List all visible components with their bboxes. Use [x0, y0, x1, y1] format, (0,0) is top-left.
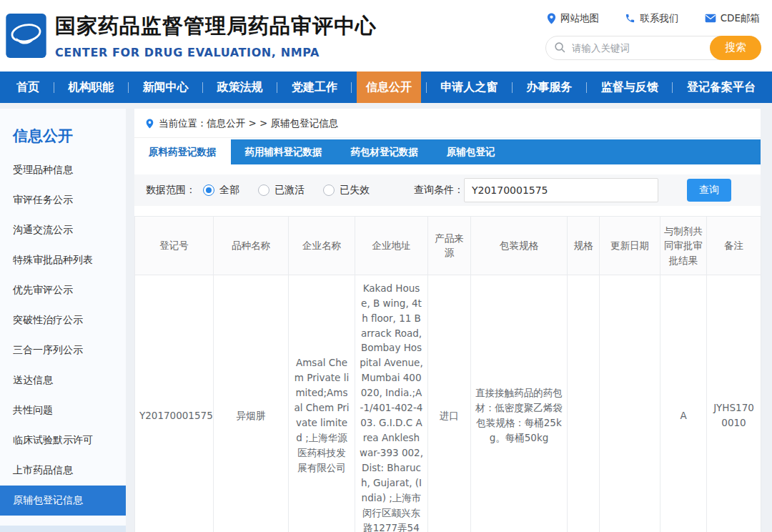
col-company-address: 企业地址 [355, 217, 428, 275]
quick-links: 网站地图 联系我们 CDE邮箱 [545, 12, 761, 25]
radio-option-activated[interactable]: 已激活 [258, 184, 305, 197]
data-scope-radio-group: 全部 已激活 已失效 [203, 184, 370, 197]
cell-product-origin: 进口 [428, 275, 471, 532]
breadcrumb-text: 当前位置 : 信息公开 > > 原辅包登记信息 [159, 117, 338, 130]
mail-icon [705, 14, 716, 23]
nav-divider [202, 82, 203, 93]
col-reg-no: 登记号 [135, 217, 214, 275]
nav-item-party[interactable]: 党建工作 [282, 72, 347, 103]
contact-label: 联系我们 [640, 12, 678, 25]
sidebar-item-breakthrough-therapy[interactable]: 突破性治疗公示 [0, 305, 126, 335]
nav-divider [128, 82, 129, 93]
content: 当前位置 : 信息公开 > > 原辅包登记信息 原料药登记数据 药用辅料登记数据… [134, 109, 761, 532]
search-icon [554, 41, 566, 54]
radio-icon[interactable] [323, 184, 335, 196]
cell-packaging-spec: 直接接触药品的药包材：低密度聚乙烯袋包装规格：每桶25kg。每桶50kg [471, 275, 568, 532]
radio-icon-checked[interactable] [203, 184, 214, 196]
cell-joint-review-result: A [660, 275, 707, 532]
site-header: 国家药品监督管理局药品审评中心 CENTER FOR DRUG EVALUATI… [0, 0, 772, 72]
mailbox-label: CDE邮箱 [721, 12, 760, 25]
radio-option-all[interactable]: 全部 [203, 184, 239, 197]
sidebar-item-review-tasks[interactable]: 审评任务公示 [0, 185, 126, 215]
cell-spec [568, 275, 600, 532]
sidebar-item-partial [0, 526, 126, 532]
header-right: 网站地图 联系我们 CDE邮箱 [545, 12, 761, 60]
nav-item-home[interactable]: 首页 [7, 72, 49, 103]
filterbar: 数据范围： 全部 已激活 已失效 查询条件： [134, 174, 761, 206]
sitemap-link[interactable]: 网站地图 [547, 12, 599, 25]
table-header-row: 登记号 品种名称 企业名称 企业地址 产品来源 包装规格 规格 更新日期 与制剂… [135, 217, 761, 275]
radio-label: 已失效 [340, 184, 370, 197]
sidebar-item-communication[interactable]: 沟通交流公示 [0, 215, 126, 245]
contact-link[interactable]: 联系我们 [625, 12, 678, 25]
cell-update-date [600, 275, 660, 532]
cde-logo-icon [6, 14, 46, 58]
site-title: 国家药品监督管理局药品审评中心 [55, 12, 377, 41]
sidebar: 信息公开 受理品种信息 审评任务公示 沟通交流公示 特殊审批品种列表 优先审评公… [0, 109, 126, 532]
main-row: 信息公开 受理品种信息 审评任务公示 沟通交流公示 特殊审批品种列表 优先审评公… [0, 103, 772, 532]
radio-icon[interactable] [258, 184, 269, 196]
col-company-name: 企业名称 [289, 217, 355, 275]
query-button[interactable]: 查询 [687, 179, 731, 202]
mailbox-link[interactable]: CDE邮箱 [705, 12, 760, 25]
page: 国家药品监督管理局药品审评中心 CENTER FOR DRUG EVALUATI… [0, 0, 772, 532]
cell-reg-no: Y20170001575 [135, 275, 214, 532]
radio-label: 已激活 [274, 184, 305, 197]
main-nav: 首页 机构职能 新闻中心 政策法规 党建工作 信息公开 申请人之窗 办事服务 监… [0, 72, 772, 103]
sidebar-item-clinical-trial-license[interactable]: 临床试验默示许可 [0, 425, 126, 455]
brand: 国家药品监督管理局药品审评中心 CENTER FOR DRUG EVALUATI… [55, 12, 377, 59]
site-subtitle: CENTER FOR DRUG EVALUATION, NMPA [55, 46, 377, 59]
radio-label: 全部 [219, 184, 239, 197]
cell-product-name: 异烟肼 [214, 275, 289, 532]
sidebar-item-priority-review[interactable]: 优先审评公示 [0, 275, 126, 305]
nav-divider [54, 82, 54, 93]
nav-item-services[interactable]: 办事服务 [518, 72, 582, 103]
data-scope-label: 数据范围： [146, 184, 196, 197]
nav-divider [426, 82, 427, 93]
sidebar-title: 信息公开 [0, 109, 126, 155]
sidebar-item-three-in-one[interactable]: 三合一序列公示 [0, 335, 126, 365]
col-product-name: 品种名称 [214, 217, 289, 275]
nav-divider [351, 82, 352, 93]
radio-option-expired[interactable]: 已失效 [323, 184, 370, 197]
nav-item-info-disclosure[interactable]: 信息公开 [357, 72, 421, 103]
col-product-origin: 产品来源 [428, 217, 471, 275]
sitemap-label: 网站地图 [560, 12, 599, 25]
nav-item-news[interactable]: 新闻中心 [133, 72, 197, 103]
nav-item-applicant-window[interactable]: 申请人之窗 [431, 72, 507, 103]
site-search-button[interactable]: 搜索 [710, 36, 761, 60]
sidebar-item-delivery-info[interactable]: 送达信息 [0, 365, 126, 395]
map-pin-icon [547, 13, 556, 24]
cell-company-address: Kakad House, B wing, 4th floor, 11 Barra… [355, 275, 428, 532]
site-search: 搜索 [545, 36, 761, 60]
sidebar-item-marketed-drugs[interactable]: 上市药品信息 [0, 455, 126, 486]
nav-item-registration-platform[interactable]: 登记备案平台 [678, 72, 765, 103]
col-joint-review-result: 与制剂共同审批审批结果 [660, 217, 707, 275]
query-condition-label: 查询条件： [414, 184, 464, 197]
table-row: Y20170001575 异烟肼 Amsal Chem Private limi… [135, 275, 761, 532]
tab-api-registration[interactable]: 原料药登记数据 [134, 139, 231, 164]
sidebar-item-accepted-varieties[interactable]: 受理品种信息 [0, 155, 126, 185]
tabbar: 原料药登记数据 药用辅料登记数据 药包材登记数据 原辅包登记 [134, 139, 761, 164]
breadcrumb: 当前位置 : 信息公开 > > 原辅包登记信息 [134, 109, 761, 138]
nav-item-supervision[interactable]: 监督与反馈 [592, 72, 668, 103]
nav-item-policies[interactable]: 政策法规 [208, 72, 272, 103]
nav-divider [586, 82, 587, 93]
sidebar-item-common-issues[interactable]: 共性问题 [0, 395, 126, 425]
tab-excipient-registration[interactable]: 药用辅料登记数据 [231, 139, 337, 164]
col-packaging-spec: 包装规格 [471, 217, 568, 275]
sidebar-item-special-approval[interactable]: 特殊审批品种列表 [0, 245, 126, 275]
tab-packaging-registration[interactable]: 药包材登记数据 [337, 139, 433, 164]
phone-icon [625, 13, 635, 24]
sidebar-item-raw-excipient-packaging[interactable]: 原辅包登记信息 [0, 486, 126, 516]
col-spec: 规格 [568, 217, 600, 275]
nav-divider [277, 82, 277, 93]
tab-raw-excipient-packaging[interactable]: 原辅包登记 [432, 139, 510, 164]
registration-table: 登记号 品种名称 企业名称 企业地址 产品来源 包装规格 规格 更新日期 与制剂… [134, 216, 761, 532]
cell-company-name: Amsal Chem Private limited;Amsal Chem Pr… [289, 275, 355, 532]
nav-item-functions[interactable]: 机构职能 [59, 72, 123, 103]
nav-divider [672, 82, 673, 93]
query-condition-input[interactable] [464, 178, 658, 202]
col-remark: 备注 [707, 217, 761, 275]
location-pin-icon [146, 119, 154, 129]
